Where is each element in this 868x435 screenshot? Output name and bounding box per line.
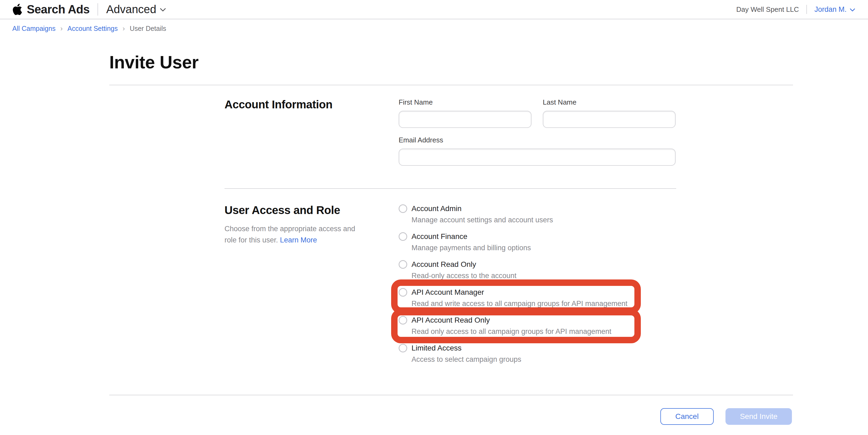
role-option-texts: API Account Manager Read and write acces…: [411, 288, 627, 309]
role-option-account-read-only[interactable]: Account Read Only Read-only access to th…: [399, 260, 641, 281]
role-option-label: API Account Read Only: [411, 315, 611, 325]
role-option-api-account-read-only[interactable]: API Account Read Only Read only access t…: [399, 315, 641, 336]
radio-button[interactable]: [399, 344, 407, 352]
last-name-input[interactable]: [543, 111, 676, 128]
role-option-limited-access[interactable]: Limited Access Access to select campaign…: [399, 343, 641, 364]
user-access-heading: User Access and Role: [224, 204, 399, 217]
breadcrumb-separator-icon: ›: [122, 24, 125, 33]
account-information-heading: Account Information: [224, 98, 399, 111]
name-row: First Name Last Name: [399, 98, 676, 128]
breadcrumb: All Campaigns › Account Settings › User …: [0, 19, 868, 37]
breadcrumb-separator-icon: ›: [60, 24, 63, 33]
advanced-menu-label: Advanced: [106, 3, 156, 16]
user-access-section: User Access and Role Choose from the app…: [224, 204, 868, 371]
divider: [224, 188, 676, 189]
first-name-label: First Name: [399, 98, 531, 107]
nav-right: Day Well Spent LLC Jordan M.: [736, 5, 855, 14]
role-option-label: Limited Access: [411, 343, 521, 353]
role-option-description: Manage account settings and account user…: [411, 215, 553, 225]
role-option-description: Read and write access to all campaign gr…: [411, 299, 627, 309]
apple-logo-icon: [12, 4, 23, 15]
radio-button[interactable]: [399, 232, 407, 241]
email-field-group: Email Address: [399, 136, 676, 166]
role-option-texts: Account Finance Manage payments and bill…: [411, 232, 531, 253]
first-name-input[interactable]: [399, 111, 531, 128]
nav-divider: [806, 5, 807, 14]
role-option-label: Account Read Only: [411, 260, 517, 269]
role-option-label: Account Admin: [411, 204, 553, 213]
radio-button[interactable]: [399, 204, 407, 213]
radio-button[interactable]: [399, 288, 407, 297]
radio-button[interactable]: [399, 316, 407, 324]
brand-wordmark[interactable]: Search Ads: [27, 3, 90, 16]
role-option-description: Manage payments and billing options: [411, 243, 531, 253]
divider: [109, 85, 793, 85]
main-content: Invite User Account Information First Na…: [0, 53, 868, 425]
last-name-field-group: Last Name: [543, 98, 676, 128]
top-nav: Search Ads Advanced Day Well Spent LLC J…: [0, 0, 868, 19]
role-option-description: Read-only access to the account: [411, 271, 517, 281]
page-title: Invite User: [109, 53, 868, 72]
radio-button[interactable]: [399, 260, 407, 269]
last-name-label: Last Name: [543, 98, 676, 107]
account-information-section: Account Information First Name Last Name…: [224, 98, 868, 166]
page: Search Ads Advanced Day Well Spent LLC J…: [0, 0, 868, 435]
user-access-left: User Access and Role Choose from the app…: [224, 204, 399, 371]
role-option-label: API Account Manager: [411, 288, 627, 297]
role-option-account-finance[interactable]: Account Finance Manage payments and bill…: [399, 232, 641, 253]
user-access-description: Choose from the appropriate access and r…: [224, 223, 360, 246]
role-option-description: Access to select campaign groups: [411, 354, 521, 364]
role-option-api-account-manager[interactable]: API Account Manager Read and write acces…: [399, 288, 641, 309]
account-information-form: First Name Last Name Email Address: [399, 98, 676, 166]
chevron-down-icon: [160, 8, 166, 12]
organization-name: Day Well Spent LLC: [736, 5, 799, 14]
breadcrumb-current: User Details: [130, 25, 166, 32]
role-option-texts: Account Read Only Read-only access to th…: [411, 260, 517, 281]
email-input[interactable]: [399, 149, 676, 166]
role-option-label: Account Finance: [411, 232, 531, 241]
breadcrumb-account-settings[interactable]: Account Settings: [67, 25, 118, 32]
user-menu[interactable]: Jordan M.: [814, 5, 855, 14]
divider: [109, 395, 793, 395]
account-information-left: Account Information: [224, 98, 399, 166]
nav-left: Search Ads Advanced: [12, 3, 166, 16]
role-option-texts: Limited Access Access to select campaign…: [411, 343, 521, 364]
learn-more-link[interactable]: Learn More: [280, 236, 317, 244]
email-label: Email Address: [399, 136, 676, 144]
user-menu-label: Jordan M.: [814, 5, 846, 14]
cancel-button[interactable]: Cancel: [660, 408, 714, 425]
send-invite-button[interactable]: Send Invite: [725, 408, 792, 425]
role-option-texts: Account Admin Manage account settings an…: [411, 204, 553, 225]
advanced-menu[interactable]: Advanced: [106, 3, 166, 16]
first-name-field-group: First Name: [399, 98, 531, 128]
chevron-down-icon: [850, 8, 855, 11]
role-options-list: Account Admin Manage account settings an…: [399, 204, 641, 371]
role-option-description: Read only access to all campaign groups …: [411, 327, 611, 336]
role-option-account-admin[interactable]: Account Admin Manage account settings an…: [399, 204, 641, 225]
role-option-texts: API Account Read Only Read only access t…: [411, 315, 611, 336]
footer-actions: Cancel Send Invite: [0, 408, 792, 425]
breadcrumb-all-campaigns[interactable]: All Campaigns: [12, 25, 56, 32]
nav-divider: [97, 3, 98, 16]
